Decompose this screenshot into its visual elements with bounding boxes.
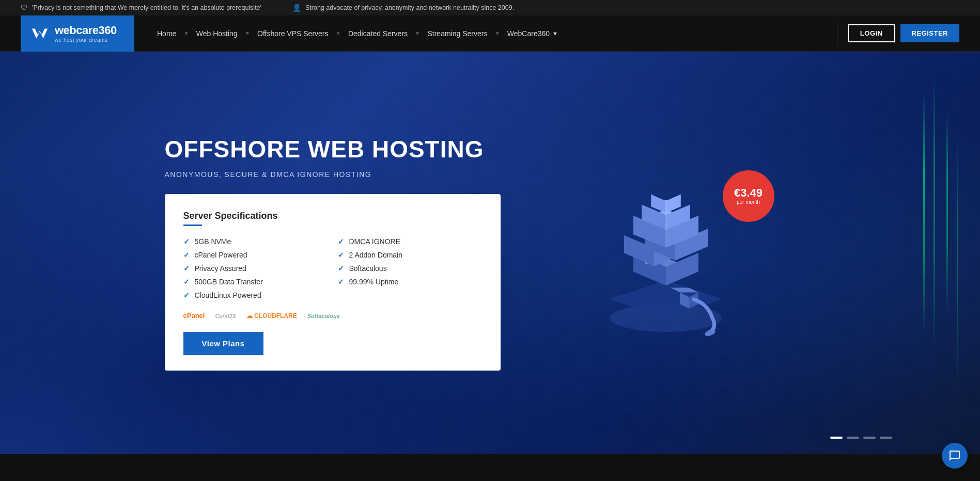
spec-item-softaculous: ✓ Softaculous [338,264,482,272]
spec-text-dmca: DMCA IGNORE [349,237,401,246]
hero-section: OFFSHORE WEB HOSTING ANONYMOUS, SECURE &… [0,52,980,454]
carousel-dot-3[interactable] [863,437,876,439]
spec-item-cpanel: ✓ cPanel Powered [183,251,328,259]
spec-item-privacy: ✓ Privacy Assured [183,264,328,272]
nav-link-home[interactable]: Home [150,29,183,38]
check-icon-5: ✓ [183,291,190,299]
partner-cpanel: cPanel [183,312,205,319]
shield-icon: 🛡 [21,4,28,12]
brand-tagline: we host your dreams [55,37,117,43]
hero-green-streaks [918,52,980,454]
nav-sep-1: ▪ [183,28,189,39]
nav-item-home[interactable]: Home [150,29,183,38]
partner-centos: CentOS [215,313,236,319]
hero-content: OFFSHORE WEB HOSTING ANONYMOUS, SECURE &… [77,135,904,371]
carousel-dot-4[interactable] [880,437,892,439]
check-icon-2: ✓ [183,251,190,259]
spec-text-cpanel: cPanel Powered [195,251,247,259]
nav-dropdown-webcare360[interactable]: WebCare360 ▼ [500,29,565,38]
nav-divider [837,21,837,46]
nav-sep-4: ▪ [415,28,420,39]
partner-softaculous: Softaculous [307,313,340,319]
spec-text-uptime: 99.99% Uptime [349,278,399,286]
spec-text-privacy: Privacy Assured [195,264,246,272]
spec-text-addon: 2 Addon Domain [349,251,403,259]
spec-item-data-transfer: ✓ 500GB Data Transfer [183,278,328,286]
partner-logos: cPanel CentOS ☁ CLOUDFLARE Softaculous [183,312,482,319]
brand-name: webcare360 [55,24,117,37]
check-icon-3: ✓ [183,264,190,272]
check-icon-1: ✓ [183,237,190,246]
hero-right: €3.49 per month [557,145,774,361]
banner-privacy-text: 'Privacy is not something that We merely… [32,4,261,11]
spec-text-softaculous: Softaculous [349,264,387,272]
price-amount: €3.49 [734,187,763,199]
spec-item-nvme: ✓ 5GB NVMe [183,237,328,246]
spec-item-uptime: ✓ 99.99% Uptime [338,278,482,286]
check-icon-8: ✓ [338,264,344,272]
nav-item-streaming[interactable]: Streaming Servers [420,29,494,38]
nav-sep-2: ▪ [245,28,250,39]
logo-text: webcare360 we host your dreams [55,24,117,43]
price-badge: €3.49 per month [723,170,774,222]
banner-privacy: 🛡 'Privacy is not something that We mere… [21,4,261,12]
spec-text-cloudlinux: CloudLinux Powered [195,291,261,299]
nav-item-web-hosting[interactable]: Web Hosting [189,29,245,38]
specs-card: Server Specifications ✓ 5GB NVMe ✓ DMCA … [165,194,501,371]
nav-buttons: LOGIN REGISTER [848,24,959,42]
check-icon-9: ✓ [338,278,344,286]
view-plans-button[interactable]: View Plans [183,332,263,355]
person-icon: 👤 [292,4,301,12]
specs-underline [183,225,202,226]
nav-links: Home ▪ Web Hosting ▪ Offshore VPS Server… [150,28,827,39]
spec-item-cloudlinux: ✓ CloudLinux Powered [183,291,328,299]
chevron-down-icon: ▼ [552,30,558,37]
specs-card-title: Server Specifications [183,211,482,221]
spec-item-addon: ✓ 2 Addon Domain [338,251,482,259]
check-icon-6: ✓ [338,237,344,246]
hero-title: OFFSHORE WEB HOSTING [165,135,526,163]
logo-icon [30,24,50,43]
price-period: per month [737,199,760,205]
nav-link-streaming[interactable]: Streaming Servers [420,29,494,38]
logo[interactable]: webcare360 we host your dreams [21,15,134,52]
register-button[interactable]: REGISTER [900,24,959,42]
nav-sep-5: ▪ [494,28,500,39]
spec-text-data-transfer: 500GB Data Transfer [195,278,263,286]
nav-sep-3: ▪ [336,28,341,39]
nav-link-web-hosting[interactable]: Web Hosting [189,29,245,38]
nav-item-offshore-vps[interactable]: Offshore VPS Servers [250,29,335,38]
spec-item-dmca: ✓ DMCA IGNORE [338,237,482,246]
nav-link-dedicated[interactable]: Dedicated Servers [341,29,415,38]
check-icon-4: ✓ [183,278,190,286]
hero-subtitle: ANONYMOUS, SECURE & DMCA IGNORE HOSTING [165,170,526,179]
chat-icon [948,450,961,454]
carousel-dot-2[interactable] [847,437,859,439]
nav-link-offshore-vps[interactable]: Offshore VPS Servers [250,29,335,38]
navbar: webcare360 we host your dreams Home ▪ We… [0,15,980,52]
banner-advocacy-text: Strong advocate of privacy, anonymity an… [305,4,514,11]
check-icon-7: ✓ [338,251,344,259]
spec-text-nvme: 5GB NVMe [195,237,231,246]
nav-item-webcare360[interactable]: WebCare360 ▼ [500,29,565,38]
partner-cloudflare: ☁ CLOUDFLARE [246,312,297,319]
top-banner: 🛡 'Privacy is not something that We mere… [0,0,980,15]
banner-advocacy: 👤 Strong advocate of privacy, anonymity … [292,4,514,12]
carousel-dot-1[interactable] [830,437,843,439]
svg-marker-0 [32,28,48,38]
specs-grid: ✓ 5GB NVMe ✓ DMCA IGNORE ✓ cPanel Powere… [183,237,482,299]
carousel-dots [830,437,892,439]
nav-item-dedicated[interactable]: Dedicated Servers [341,29,415,38]
login-button[interactable]: LOGIN [848,24,895,42]
hero-left: OFFSHORE WEB HOSTING ANONYMOUS, SECURE &… [165,135,526,371]
